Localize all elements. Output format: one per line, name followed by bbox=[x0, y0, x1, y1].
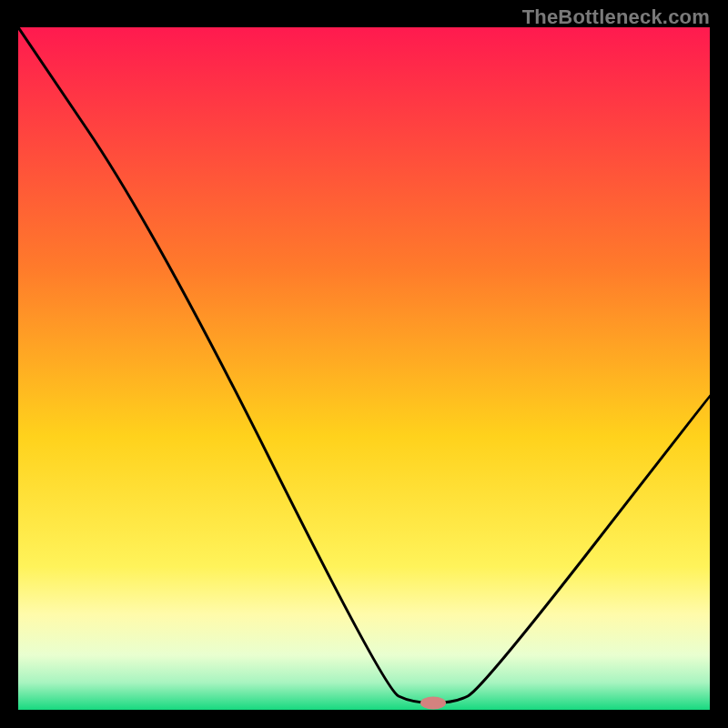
chart-frame bbox=[18, 27, 710, 710]
watermark-text: TheBottleneck.com bbox=[522, 5, 710, 29]
optimal-marker bbox=[420, 697, 446, 710]
bottleneck-chart bbox=[18, 27, 710, 710]
gradient-background bbox=[18, 27, 710, 710]
